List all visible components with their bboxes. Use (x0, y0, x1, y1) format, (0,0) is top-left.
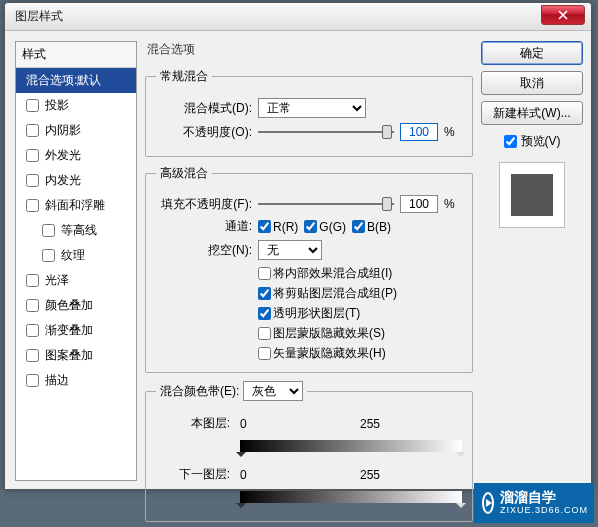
opacity-slider[interactable] (258, 123, 394, 141)
advanced-option[interactable]: 将内部效果混合成组(I) (258, 265, 462, 282)
style-item[interactable]: 描边 (16, 368, 136, 393)
pct-label: % (444, 125, 462, 139)
style-checkbox[interactable] (42, 224, 55, 237)
style-label: 投影 (45, 97, 69, 114)
style-label: 斜面和浮雕 (45, 197, 105, 214)
general-legend: 常规混合 (156, 68, 212, 85)
advanced-option[interactable]: 图层蒙版隐藏效果(S) (258, 325, 462, 342)
style-item[interactable]: 纹理 (16, 243, 136, 268)
underlying-label: 下一图层: (156, 466, 230, 483)
channels-label: 通道: (156, 218, 252, 235)
advanced-blend-group: 高级混合 填充不透明度(F): % 通道: R(R) G(G) B(B) 挖空(… (145, 165, 473, 373)
styles-list: 混合选项:默认投影内阴影外发光内发光斜面和浮雕等高线纹理光泽颜色叠加渐变叠加图案… (16, 68, 136, 393)
underlying-gradient[interactable] (240, 485, 462, 509)
style-label: 外发光 (45, 147, 81, 164)
style-label: 纹理 (61, 247, 85, 264)
style-item[interactable]: 内阴影 (16, 118, 136, 143)
style-item[interactable]: 内发光 (16, 168, 136, 193)
style-item[interactable]: 渐变叠加 (16, 318, 136, 343)
style-checkbox[interactable] (26, 374, 39, 387)
style-label: 混合选项:默认 (26, 72, 101, 89)
watermark-brand: 溜溜自学 (500, 490, 588, 505)
style-item[interactable]: 外发光 (16, 143, 136, 168)
this-high-value: 255 (360, 417, 380, 431)
advanced-options-list: 将内部效果混合成组(I)将剪贴图层混合成组(P)透明形状图层(T)图层蒙版隐藏效… (258, 265, 462, 362)
advanced-option[interactable]: 透明形状图层(T) (258, 305, 462, 322)
style-label: 图案叠加 (45, 347, 93, 364)
style-checkbox[interactable] (26, 174, 39, 187)
this-low-value: 0 (240, 417, 270, 431)
this-layer-gradient[interactable] (240, 434, 462, 458)
layer-style-dialog: 图层样式 样式 混合选项:默认投影内阴影外发光内发光斜面和浮雕等高线纹理光泽颜色… (4, 2, 592, 490)
close-icon (558, 10, 568, 20)
this-layer-label: 本图层: (156, 415, 230, 432)
general-blend-group: 常规混合 混合模式(D): 正常 不透明度(O): % (145, 68, 473, 157)
style-item[interactable]: 投影 (16, 93, 136, 118)
style-checkbox[interactable] (26, 274, 39, 287)
fill-opacity-input[interactable] (400, 195, 438, 213)
channel-g-checkbox[interactable]: G(G) (304, 220, 346, 234)
style-label: 光泽 (45, 272, 69, 289)
preview-checkbox[interactable]: 预览(V) (481, 133, 583, 150)
watermark-url: ZIXUE.3D66.COM (500, 506, 588, 516)
under-low-value: 0 (240, 468, 270, 482)
opacity-label: 不透明度(O): (156, 124, 252, 141)
style-item[interactable]: 斜面和浮雕 (16, 193, 136, 218)
style-checkbox[interactable] (26, 324, 39, 337)
close-button[interactable] (541, 5, 585, 25)
preview-swatch (499, 162, 565, 228)
style-checkbox[interactable] (26, 299, 39, 312)
style-item[interactable]: 等高线 (16, 218, 136, 243)
knockout-label: 挖空(N): (156, 242, 252, 259)
style-label: 颜色叠加 (45, 297, 93, 314)
titlebar[interactable]: 图层样式 (5, 3, 591, 31)
styles-header: 样式 (16, 42, 136, 68)
opacity-input[interactable] (400, 123, 438, 141)
style-checkbox[interactable] (26, 149, 39, 162)
style-label: 等高线 (61, 222, 97, 239)
style-label: 描边 (45, 372, 69, 389)
advanced-legend: 高级混合 (156, 165, 212, 182)
new-style-button[interactable]: 新建样式(W)... (481, 101, 583, 125)
style-label: 内发光 (45, 172, 81, 189)
style-item[interactable]: 图案叠加 (16, 343, 136, 368)
channel-b-checkbox[interactable]: B(B) (352, 220, 391, 234)
style-item[interactable]: 颜色叠加 (16, 293, 136, 318)
watermark: 溜溜自学 ZIXUE.3D66.COM (474, 483, 594, 523)
style-checkbox[interactable] (26, 124, 39, 137)
cancel-button[interactable]: 取消 (481, 71, 583, 95)
panel-title: 混合选项 (145, 41, 473, 60)
advanced-option[interactable]: 矢量蒙版隐藏效果(H) (258, 345, 462, 362)
blend-if-legend: 混合颜色带(E): 灰色 (156, 381, 307, 401)
play-icon (482, 492, 494, 514)
fill-opacity-slider[interactable] (258, 195, 394, 213)
blend-mode-label: 混合模式(D): (156, 100, 252, 117)
style-checkbox[interactable] (26, 99, 39, 112)
style-item[interactable]: 混合选项:默认 (16, 68, 136, 93)
options-panel: 混合选项 常规混合 混合模式(D): 正常 不透明度(O): % 高级混合 (145, 41, 473, 481)
channel-r-checkbox[interactable]: R(R) (258, 220, 298, 234)
styles-panel: 样式 混合选项:默认投影内阴影外发光内发光斜面和浮雕等高线纹理光泽颜色叠加渐变叠… (15, 41, 137, 481)
fill-opacity-label: 填充不透明度(F): (156, 196, 252, 213)
style-checkbox[interactable] (26, 199, 39, 212)
blend-mode-select[interactable]: 正常 (258, 98, 366, 118)
pct-label: % (444, 197, 462, 211)
style-checkbox[interactable] (42, 249, 55, 262)
style-item[interactable]: 光泽 (16, 268, 136, 293)
ok-button[interactable]: 确定 (481, 41, 583, 65)
window-title: 图层样式 (15, 8, 63, 25)
style-label: 内阴影 (45, 122, 81, 139)
blend-if-group: 混合颜色带(E): 灰色 本图层: 0 255 (145, 381, 473, 522)
style-checkbox[interactable] (26, 349, 39, 362)
knockout-select[interactable]: 无 (258, 240, 322, 260)
buttons-panel: 确定 取消 新建样式(W)... 预览(V) (481, 41, 583, 481)
advanced-option[interactable]: 将剪贴图层混合成组(P) (258, 285, 462, 302)
style-label: 渐变叠加 (45, 322, 93, 339)
blend-if-select[interactable]: 灰色 (243, 381, 303, 401)
under-high-value: 255 (360, 468, 380, 482)
